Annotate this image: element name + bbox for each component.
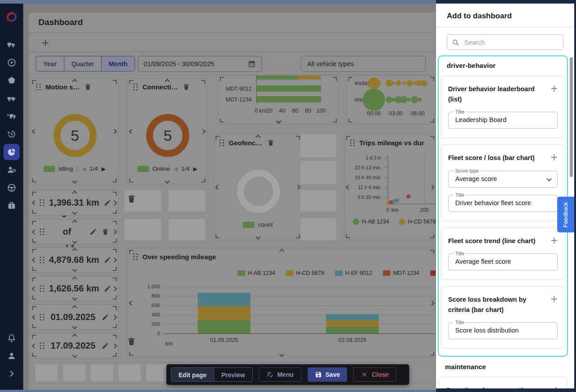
add-widget-button[interactable]: + (551, 295, 558, 303)
edit-widget-icon[interactable] (89, 228, 97, 236)
drag-handle-icon[interactable] (36, 84, 41, 90)
move-left-handle[interactable] (32, 129, 37, 134)
menu-button[interactable]: Menu (259, 367, 301, 382)
drag-handle-icon[interactable] (40, 228, 45, 235)
resize-corner[interactable] (430, 77, 434, 81)
resize-corner[interactable] (216, 234, 220, 238)
sidebar-item-steering-wheel[interactable] (4, 180, 20, 196)
resize-corner[interactable] (348, 77, 352, 81)
move-right-handle[interactable] (429, 300, 434, 305)
resize-corner[interactable] (220, 77, 224, 81)
resize-corner[interactable] (32, 178, 36, 182)
delete-widget-icon[interactable] (102, 228, 109, 236)
legend-item[interactable]: H-EF 9012 (335, 270, 372, 276)
close-button[interactable]: Close (353, 367, 396, 382)
preview-button[interactable]: Preview (214, 368, 252, 382)
drag-handle-icon[interactable] (40, 199, 45, 206)
move-down-handle[interactable] (279, 352, 284, 357)
resize-corner[interactable] (346, 234, 350, 238)
panel-scrollbar[interactable] (570, 57, 573, 177)
period-option-month[interactable]: Month (102, 56, 135, 71)
sidebar-item-vehicles[interactable] (4, 37, 20, 53)
resize-corner[interactable] (129, 80, 133, 84)
move-left-handle[interactable] (129, 300, 134, 305)
edit-widget-icon[interactable] (104, 256, 111, 264)
legend-item[interactable]: MDT (430, 270, 436, 276)
add-widget-button[interactable]: + (552, 385, 559, 388)
resize-corner[interactable] (333, 118, 337, 122)
move-right-handle[interactable] (429, 185, 434, 190)
sidebar-item-tow-truck[interactable] (4, 90, 20, 106)
resize-corner[interactable] (129, 352, 133, 356)
drag-handle-icon[interactable] (350, 139, 355, 146)
date-range-input[interactable] (144, 60, 248, 67)
resize-corner[interactable] (216, 136, 220, 140)
add-tab-button[interactable]: + (42, 37, 49, 48)
edit-widget-icon[interactable] (102, 342, 109, 350)
resize-corner[interactable] (296, 136, 300, 140)
resize-corner[interactable] (113, 80, 117, 84)
resize-corner[interactable] (296, 234, 300, 238)
drag-handle-icon[interactable] (40, 285, 45, 292)
sidebar-item-notifications[interactable] (4, 330, 20, 346)
delete-widget-icon[interactable] (127, 337, 136, 348)
drag-handle-icon[interactable] (40, 257, 45, 263)
card-title-field[interactable]: TitleLeadership Board (448, 112, 558, 129)
legend-item[interactable]: H-CD 5678 (399, 219, 436, 225)
sidebar-item-history[interactable] (4, 126, 20, 142)
move-down-handle[interactable] (255, 234, 260, 239)
drag-handle-icon[interactable] (133, 253, 138, 260)
widget-search[interactable] (447, 34, 563, 50)
resize-corner[interactable] (430, 234, 434, 238)
drag-handle-icon[interactable] (40, 342, 45, 349)
move-right-handle[interactable] (295, 185, 300, 190)
move-left-handle[interactable] (129, 129, 134, 134)
move-right-handle[interactable] (112, 129, 117, 134)
resize-corner[interactable] (129, 250, 133, 254)
move-left-handle[interactable] (346, 185, 351, 190)
legend-item[interactable]: H-CD 5678 (286, 270, 324, 276)
period-option-quarter[interactable]: Quarter (64, 56, 102, 71)
delete-widget-icon[interactable] (127, 194, 136, 206)
sidebar-item-equipment[interactable] (4, 198, 20, 214)
card-title-field[interactable]: TitleDriver behavior fleet score (448, 195, 558, 212)
sidebar-item-media[interactable] (4, 55, 20, 71)
add-widget-button[interactable]: + (551, 236, 558, 245)
delete-widget-icon[interactable] (182, 83, 190, 91)
add-widget-button[interactable]: + (551, 153, 558, 162)
legend-item[interactable]: MDT-1234 (383, 270, 419, 276)
resize-corner[interactable] (348, 118, 352, 122)
resize-corner[interactable] (430, 352, 434, 356)
drag-handle-icon[interactable] (220, 139, 224, 146)
drag-handle-icon[interactable] (40, 314, 45, 320)
card-title-field[interactable]: TitleScore loss distribution (448, 322, 558, 339)
resize-corner[interactable] (220, 118, 224, 122)
period-option-year[interactable]: Year (36, 56, 64, 71)
resize-corner[interactable] (113, 178, 117, 182)
page-next-icon[interactable]: ▶ (102, 166, 106, 172)
edit-widget-icon[interactable] (104, 199, 111, 207)
move-down-handle[interactable] (276, 118, 281, 123)
sidebar-item-drivers[interactable] (4, 162, 20, 178)
resize-corner[interactable] (430, 136, 434, 140)
resize-corner[interactable] (333, 77, 337, 81)
sidebar-item-expand[interactable] (4, 366, 20, 382)
drag-handle-icon[interactable] (133, 84, 138, 90)
move-up-handle[interactable] (279, 249, 284, 253)
resize-corner[interactable] (32, 80, 36, 84)
resize-corner[interactable] (430, 250, 434, 254)
delete-widget-icon[interactable] (267, 139, 275, 147)
sidebar-item-delivery-truck[interactable] (4, 108, 20, 124)
move-down-handle[interactable] (165, 178, 169, 183)
page-prev-icon[interactable]: ◀ (82, 166, 86, 172)
card-select-field[interactable]: Score typeAverage score (448, 171, 558, 188)
legend-item[interactable]: H-AB 1234 (353, 219, 389, 225)
move-right-handle[interactable] (200, 129, 205, 134)
move-down-handle[interactable] (72, 178, 77, 183)
search-input[interactable] (464, 39, 559, 46)
sidebar-item-profile[interactable] (4, 348, 20, 364)
page-next-icon[interactable]: ▶ (193, 166, 197, 172)
resize-corner[interactable] (430, 118, 434, 122)
resize-corner[interactable] (201, 178, 205, 182)
feedback-tab[interactable]: Feedback (557, 197, 574, 232)
